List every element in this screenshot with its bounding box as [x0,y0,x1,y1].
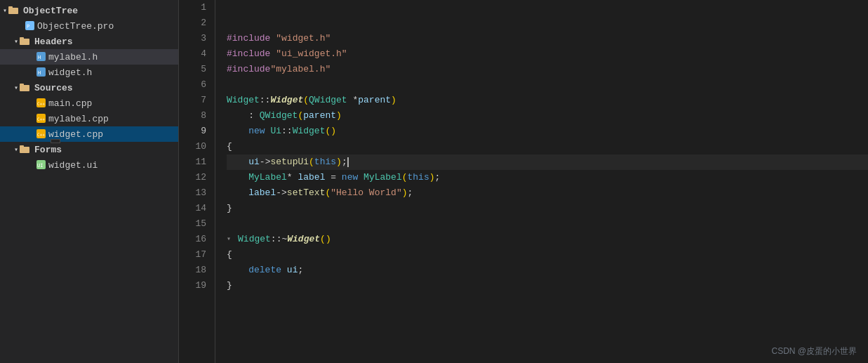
code-line: } [227,278,868,293]
tree-item-widget-cpp[interactable]: C++widget.cpp [0,126,178,142]
code-token: { [227,247,232,263]
code-token: QWidget [260,108,298,124]
code-token [227,263,248,278]
line-number: 19 [179,278,206,293]
line-number: 12 [179,170,206,185]
tree-item-label: Headers [34,37,73,47]
code-line: { [227,247,868,263]
code-token: new [342,170,358,185]
code-line: #include"mylabel.h" [227,62,868,77]
code-token: ) [336,108,342,124]
file-icon: P [25,21,34,31]
code-token: MyLabel [248,170,287,185]
file-icon: UI [36,160,46,170]
code-token [358,170,363,185]
tree-item-headers-group[interactable]: ▾Headers [0,34,178,49]
code-token: "ui_widget.h" [276,46,347,62]
code-token: #include [227,62,270,77]
code-token: parent [358,93,391,108]
code-token: :: [260,93,271,108]
path-tooltip [51,139,60,143]
line-number: 3 [179,31,206,46]
svg-rect-18 [20,147,29,153]
code-token: parent [303,108,336,124]
code-line: : QWidget(parent) [227,108,868,124]
code-token: ( [309,154,314,170]
chevron-icon: ▾ [14,37,18,46]
tree-item-widget-ui[interactable]: UIwidget.ui [0,157,178,173]
tree-item-objecttree-root[interactable]: ▾ObjectTree [0,3,178,18]
code-token [227,154,248,170]
code-token: ) [429,170,435,185]
line-number: 17 [179,247,206,263]
code-token [281,263,287,278]
fold-arrow-icon[interactable]: ▾ [227,232,235,247]
svg-text:P: P [27,24,29,29]
folder-icon [20,37,32,46]
code-line: } [227,201,868,216]
code-token: :: [271,232,282,247]
code-token: } [227,201,232,216]
code-token: * [347,93,359,108]
line-number: 4 [179,46,206,62]
tree-item-objecttree-pro[interactable]: PObjectTree.pro [0,18,178,34]
tree-item-label: Forms [34,145,62,155]
line-number: 8 [179,108,206,124]
svg-rect-10 [20,85,29,91]
code-token: ( [325,185,330,201]
code-token: ( [303,93,309,108]
tree-item-label: mylabel.cpp [48,114,109,124]
code-area: 12345678910111213141516171819 #include "… [179,0,868,363]
svg-text:H: H [38,70,41,76]
file-icon: C++ [36,114,46,124]
code-content[interactable]: #include "widget.h"#include "ui_widget.h… [215,0,868,363]
svg-rect-19 [20,145,24,147]
svg-text:UI: UI [37,163,43,169]
code-token: -> [260,154,271,170]
code-token: label [248,185,276,201]
code-token: ; [408,185,413,201]
code-token: = [325,170,341,185]
tree-item-sources-group[interactable]: ▾Sources [0,80,178,95]
code-token: ( [402,170,408,185]
tree-item-label: widget.cpp [48,129,103,140]
line-number: 5 [179,62,206,77]
code-editor: 12345678910111213141516171819 #include "… [179,0,868,363]
code-line [227,216,868,232]
code-token: () [320,232,331,247]
code-token: ) [391,93,396,108]
chevron-icon: ▾ [3,6,7,15]
code-token [227,185,248,201]
line-number: 2 [179,15,206,31]
svg-rect-0 [8,8,18,14]
tree-item-mylabel-cpp[interactable]: C++mylabel.cpp [0,111,178,126]
file-icon: H [36,52,46,62]
code-token: "mylabel.h" [270,62,330,77]
tree-item-widget-h[interactable]: Hwidget.h [0,65,178,80]
code-line: { [227,139,868,154]
code-token: #include [227,31,270,46]
code-line [227,77,868,93]
file-tree: ▾ObjectTreePObjectTree.pro▾HeadersHmylab… [0,0,179,363]
svg-text:C++: C++ [37,101,45,106]
code-token: MyLabel [363,170,402,185]
tree-item-mylabel-h[interactable]: Hmylabel.h [0,49,178,65]
file-icon: H [36,67,46,77]
code-token: delete [248,263,281,278]
code-line: ▾ Widget::~Widget() [227,232,868,247]
code-line: #include "widget.h" [227,31,868,46]
tree-item-forms-group[interactable]: ▾Forms [0,142,178,157]
code-token: setupUi [270,154,309,170]
code-token: ) [336,154,342,170]
tree-item-label: ObjectTree [23,6,78,16]
code-token: ~ [281,232,287,247]
code-token [270,46,276,62]
code-token: "Hello World" [330,185,401,201]
folder-icon [8,6,20,15]
svg-text:H: H [38,55,41,60]
line-number: 15 [179,216,206,232]
code-line: label->setText("Hello World"); [227,185,868,201]
tree-item-main-cpp[interactable]: C++main.cpp [0,95,178,111]
code-line: Widget::Widget(QWidget *parent) [227,93,868,108]
code-token: #include [227,46,270,62]
